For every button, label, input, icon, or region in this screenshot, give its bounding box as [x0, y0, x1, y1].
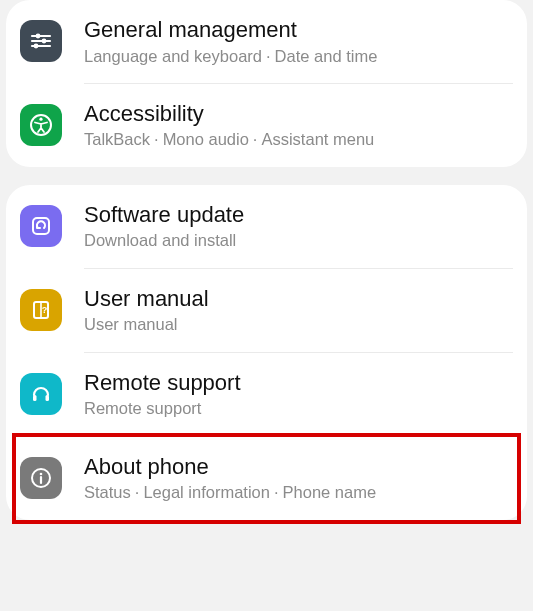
remote-support-text: Remote support Remote support [84, 369, 513, 420]
headset-icon [20, 373, 62, 415]
accessibility-text: Accessibility TalkBack·Mono audio·Assist… [84, 100, 513, 151]
user-manual-row[interactable]: ? User manual User manual [6, 269, 527, 352]
svg-point-5 [34, 44, 39, 49]
remote-support-subtitle: Remote support [84, 398, 513, 419]
svg-rect-13 [46, 395, 50, 401]
sliders-icon [20, 20, 62, 62]
settings-group-1: General management Language and keyboard… [6, 0, 527, 167]
about-phone-row[interactable]: About phone Status·Legal information·Pho… [6, 437, 527, 520]
accessibility-subtitle: TalkBack·Mono audio·Assistant menu [84, 129, 513, 150]
software-update-title: Software update [84, 201, 513, 229]
about-phone-text: About phone Status·Legal information·Pho… [84, 453, 513, 504]
about-phone-highlight: About phone Status·Legal information·Pho… [6, 437, 527, 520]
general-management-row[interactable]: General management Language and keyboard… [6, 0, 527, 83]
general-management-text: General management Language and keyboard… [84, 16, 513, 67]
general-management-title: General management [84, 16, 513, 44]
software-update-icon [20, 205, 62, 247]
svg-text:?: ? [42, 305, 48, 315]
accessibility-row[interactable]: Accessibility TalkBack·Mono audio·Assist… [6, 84, 527, 167]
settings-group-2: Software update Download and install ? U… [6, 185, 527, 520]
software-update-text: Software update Download and install [84, 201, 513, 252]
user-manual-icon: ? [20, 289, 62, 331]
svg-point-3 [42, 39, 47, 44]
software-update-subtitle: Download and install [84, 230, 513, 251]
software-update-row[interactable]: Software update Download and install [6, 185, 527, 268]
general-management-subtitle: Language and keyboard·Date and time [84, 46, 513, 67]
accessibility-title: Accessibility [84, 100, 513, 128]
remote-support-row[interactable]: Remote support Remote support [6, 353, 527, 436]
info-icon [20, 457, 62, 499]
svg-point-1 [36, 34, 41, 39]
svg-point-15 [40, 473, 43, 476]
user-manual-text: User manual User manual [84, 285, 513, 336]
svg-rect-12 [33, 395, 37, 401]
about-phone-title: About phone [84, 453, 513, 481]
user-manual-title: User manual [84, 285, 513, 313]
remote-support-title: Remote support [84, 369, 513, 397]
about-phone-subtitle: Status·Legal information·Phone name [84, 482, 513, 503]
accessibility-icon [20, 104, 62, 146]
svg-point-7 [39, 118, 42, 121]
user-manual-subtitle: User manual [84, 314, 513, 335]
